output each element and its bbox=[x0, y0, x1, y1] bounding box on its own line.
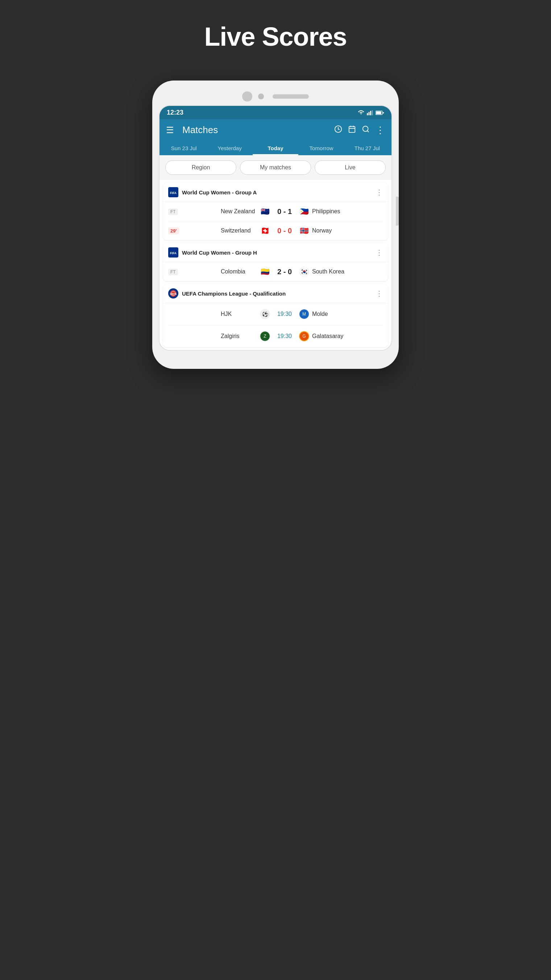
league-name-group-a: World Cup Women - Group A bbox=[182, 189, 376, 196]
league-icon-fifa-h: FIFA bbox=[168, 247, 178, 258]
svg-rect-1 bbox=[368, 112, 370, 115]
league-name-group-h: World Cup Women - Group H bbox=[182, 250, 376, 256]
team-right-mol: M Molde bbox=[299, 309, 383, 319]
wifi-icon bbox=[357, 110, 365, 115]
clock-icon[interactable] bbox=[334, 125, 342, 135]
match-row-nz-phi[interactable]: FT New Zealand 🇳🇿 0 - 1 🇵🇭 Philippines bbox=[163, 202, 388, 221]
team-name-nor: Norway bbox=[312, 228, 348, 234]
phone-side-button bbox=[396, 197, 399, 226]
team-right-gal: G Galatasaray bbox=[299, 331, 383, 341]
flag-nz: 🇳🇿 bbox=[260, 206, 270, 216]
phone-screen: 12:23 bbox=[159, 105, 392, 351]
card-menu-ucl[interactable]: ⋮ bbox=[376, 289, 383, 298]
time-zal-gal: 19:30 bbox=[270, 333, 299, 339]
match-row-zal-gal[interactable]: Zalgiris Z 19:30 G Galatasaray bbox=[163, 325, 388, 347]
team-left-col: Colombia 🇨🇴 bbox=[186, 267, 270, 277]
match-status-col: FT bbox=[168, 268, 186, 275]
svg-rect-6 bbox=[383, 112, 384, 113]
more-options-icon[interactable]: ⋮ bbox=[376, 126, 385, 135]
filter-pills: Region My matches Live bbox=[159, 155, 392, 180]
score-nz-phi: 0 - 1 bbox=[270, 207, 299, 216]
team-name-sui: Switzerland bbox=[221, 228, 257, 234]
status-icons bbox=[357, 110, 384, 115]
tab-today[interactable]: Today bbox=[252, 141, 299, 155]
card-header-ucl: UEFA UEFA Champions League - Qualificati… bbox=[163, 284, 388, 303]
app-header: ☰ Matches bbox=[159, 119, 392, 141]
signal-icon bbox=[367, 110, 373, 115]
app-title: Matches bbox=[183, 124, 329, 136]
time-hjk-mol: 19:30 bbox=[270, 311, 299, 317]
svg-text:UEFA: UEFA bbox=[170, 293, 177, 295]
svg-rect-2 bbox=[370, 111, 371, 115]
team-left-zal: Zalgiris Z bbox=[186, 331, 270, 341]
match-row-sui-nor[interactable]: 29' Switzerland 🇨🇭 0 - 0 🇳🇴 Norway bbox=[163, 221, 388, 240]
team-left-hjk: HJK ⚽ bbox=[186, 309, 270, 319]
date-tabs: Sun 23 Jul Yesterday Today Tomorrow Thu … bbox=[159, 141, 392, 155]
phone-frame: 12:23 bbox=[152, 81, 399, 369]
league-icon-fifa-a: FIFA bbox=[168, 187, 178, 197]
match-card-ucl: UEFA UEFA Champions League - Qualificati… bbox=[163, 284, 388, 347]
team-name-phi: Philippines bbox=[312, 208, 348, 215]
team-name-zal: Zalgiris bbox=[221, 333, 257, 339]
tab-thu-27-jul[interactable]: Thu 27 Jul bbox=[345, 141, 390, 155]
tab-tomorrow[interactable]: Tomorrow bbox=[299, 141, 344, 155]
match-status-nz: FT bbox=[168, 208, 186, 215]
match-status-sui: 29' bbox=[168, 228, 186, 234]
card-header-group-a: FIFA World Cup Women - Group A ⋮ bbox=[163, 183, 388, 202]
filter-my-matches[interactable]: My matches bbox=[240, 160, 311, 175]
team-name-mol: Molde bbox=[312, 311, 348, 317]
status-bar: 12:23 bbox=[159, 106, 392, 119]
search-icon[interactable] bbox=[362, 125, 370, 135]
match-card-group-a: FIFA World Cup Women - Group A ⋮ FT New … bbox=[163, 183, 388, 240]
status-live-sui: 29' bbox=[168, 228, 179, 234]
filter-live[interactable]: Live bbox=[314, 160, 386, 175]
flag-nor: 🇳🇴 bbox=[299, 226, 309, 236]
team-name-gal: Galatasaray bbox=[312, 333, 348, 339]
filter-region[interactable]: Region bbox=[165, 160, 237, 175]
card-menu-group-a[interactable]: ⋮ bbox=[376, 188, 383, 197]
team-name-col: Colombia bbox=[221, 268, 257, 275]
team-right-nor: 🇳🇴 Norway bbox=[299, 226, 383, 236]
phone-notch bbox=[159, 91, 392, 102]
page-title: Live Scores bbox=[204, 22, 346, 51]
svg-point-12 bbox=[363, 126, 368, 131]
league-name-ucl: UEFA Champions League - Qualification bbox=[182, 291, 376, 297]
svg-rect-8 bbox=[349, 126, 355, 132]
flag-col: 🇨🇴 bbox=[260, 267, 270, 277]
svg-text:FIFA: FIFA bbox=[170, 252, 176, 255]
badge-gal: G bbox=[299, 331, 309, 341]
flag-kor: 🇰🇷 bbox=[299, 267, 309, 277]
hamburger-menu-icon[interactable]: ☰ bbox=[166, 125, 174, 135]
badge-hjk: ⚽ bbox=[260, 309, 270, 319]
status-time: 12:23 bbox=[167, 109, 183, 116]
battery-icon bbox=[376, 110, 384, 115]
score-sui-nor: 0 - 0 bbox=[270, 227, 299, 235]
team-left-sui: Switzerland 🇨🇭 bbox=[186, 226, 270, 236]
status-ft-nz: FT bbox=[168, 208, 178, 215]
flag-sui: 🇨🇭 bbox=[260, 226, 270, 236]
score-col-kor: 2 - 0 bbox=[270, 268, 299, 276]
team-name-kor: South Korea bbox=[312, 268, 348, 275]
svg-line-13 bbox=[367, 130, 368, 132]
phone-speaker bbox=[273, 94, 309, 99]
team-left-nz: New Zealand 🇳🇿 bbox=[186, 206, 270, 216]
svg-rect-3 bbox=[372, 110, 373, 115]
card-header-group-h: FIFA World Cup Women - Group H ⋮ bbox=[163, 243, 388, 262]
match-row-col-kor[interactable]: FT Colombia 🇨🇴 2 - 0 🇰🇷 South Korea bbox=[163, 262, 388, 281]
tab-sun-23-jul[interactable]: Sun 23 Jul bbox=[161, 141, 206, 155]
svg-rect-0 bbox=[367, 113, 368, 115]
badge-zal: Z bbox=[260, 331, 270, 341]
svg-rect-5 bbox=[376, 111, 381, 114]
status-ft-col: FT bbox=[168, 269, 178, 275]
team-name-nz: New Zealand bbox=[221, 208, 257, 215]
phone-camera bbox=[242, 91, 252, 102]
tab-yesterday[interactable]: Yesterday bbox=[206, 141, 252, 155]
card-menu-group-h[interactable]: ⋮ bbox=[376, 248, 383, 257]
svg-text:FIFA: FIFA bbox=[170, 191, 176, 195]
phone-dot bbox=[258, 94, 264, 99]
team-right-kor: 🇰🇷 South Korea bbox=[299, 267, 383, 277]
match-row-hjk-mol[interactable]: HJK ⚽ 19:30 M Molde bbox=[163, 303, 388, 325]
flag-phi: 🇵🇭 bbox=[299, 206, 309, 216]
calendar-icon[interactable] bbox=[348, 125, 356, 135]
match-card-group-h: FIFA World Cup Women - Group H ⋮ FT Colo… bbox=[163, 243, 388, 281]
